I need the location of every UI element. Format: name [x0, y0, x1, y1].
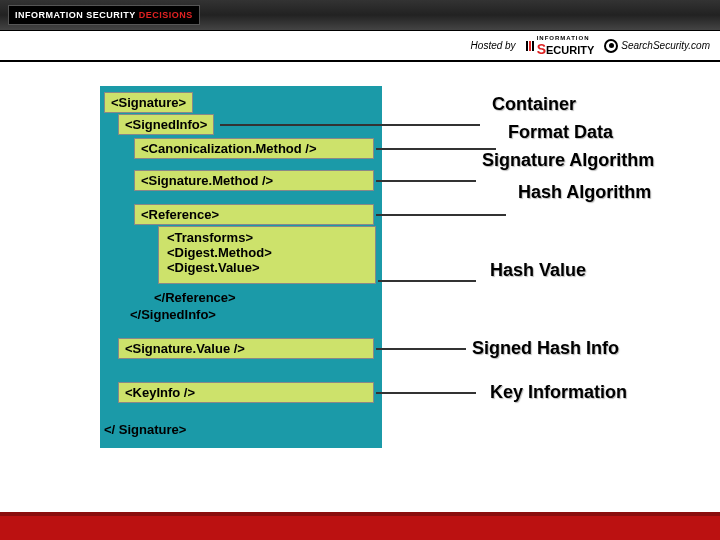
line-container [220, 124, 480, 126]
tag-signature-close: </ Signature> [104, 422, 186, 437]
label-hash-value: Hash Value [490, 260, 586, 281]
tag-signature-open: <Signature> [104, 92, 193, 113]
line-hash-value [378, 280, 476, 282]
tag-transforms: <Transforms> [167, 230, 367, 245]
tag-reference-open: <Reference> [134, 204, 374, 225]
line-key-info [376, 392, 476, 394]
line-format-data [376, 148, 496, 150]
brand-logo: INFORMATION SECURITY DECISIONS [8, 5, 200, 25]
tag-signedinfo-open: <SignedInfo> [118, 114, 214, 135]
label-sig-algo: Signature Algorithm [482, 150, 654, 171]
security-logo: INFORMATION SECURITY [526, 35, 595, 57]
tag-reference-close: </Reference> [154, 290, 236, 305]
tag-canonicalization: <Canonicalization.Method /> [134, 138, 374, 159]
bars-icon [526, 41, 534, 51]
s-letter: S [537, 41, 546, 57]
security-word: ECURITY [546, 44, 594, 56]
diagram-content: <Signature> <SignedInfo> <Canonicalizati… [0, 62, 720, 502]
tag-signature-method: <Signature.Method /> [134, 170, 374, 191]
label-key-info: Key Information [490, 382, 627, 403]
label-hash-algo: Hash Algorithm [518, 182, 651, 203]
searchsecurity-text: SearchSecurity.com [621, 40, 710, 51]
line-sig-algo [376, 180, 476, 182]
hosted-by-row: Hosted by INFORMATION SECURITY SearchSec… [0, 30, 720, 62]
logo-text-prefix: INFORMATION SECURITY [15, 10, 139, 20]
hosted-by-label: Hosted by [471, 40, 516, 51]
tag-signature-value: <Signature.Value /> [118, 338, 374, 359]
footer-bar [0, 512, 720, 540]
label-format-data: Format Data [508, 122, 613, 143]
tag-keyinfo: <KeyInfo /> [118, 382, 374, 403]
label-container: Container [492, 94, 576, 115]
tag-digest-method: <Digest.Method> [167, 245, 367, 260]
searchsecurity-logo: SearchSecurity.com [604, 39, 710, 53]
eye-icon [604, 39, 618, 53]
tag-digest-value: <Digest.Value> [167, 260, 367, 275]
line-hash-algo [376, 214, 506, 216]
line-signed-hash [376, 348, 466, 350]
tag-signedinfo-close: </SignedInfo> [130, 307, 216, 322]
logo-text-suffix: DECISIONS [139, 10, 193, 20]
label-signed-hash: Signed Hash Info [472, 338, 619, 359]
top-bar: INFORMATION SECURITY DECISIONS [0, 0, 720, 30]
reference-children-box: <Transforms> <Digest.Method> <Digest.Val… [158, 226, 376, 284]
